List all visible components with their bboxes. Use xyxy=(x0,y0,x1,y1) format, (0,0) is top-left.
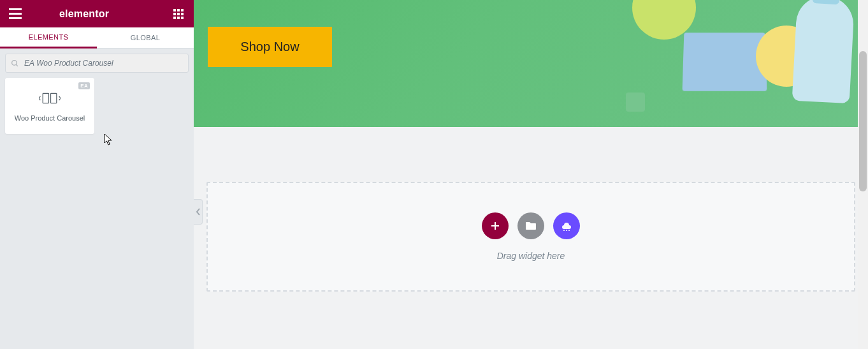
cursor-indicator xyxy=(104,133,114,146)
new-section-area: Drag widget here xyxy=(194,127,868,292)
search-field-wrap[interactable] xyxy=(5,54,189,73)
widget-badge: EA xyxy=(78,82,90,89)
panel-search xyxy=(0,48,194,78)
svg-text:elementor: elementor xyxy=(59,8,109,19)
menu-toggle-button[interactable] xyxy=(8,6,23,22)
shop-now-button[interactable]: Shop Now xyxy=(208,27,332,67)
svg-rect-4 xyxy=(51,93,57,103)
dropzone[interactable]: Drag widget here xyxy=(206,182,855,292)
dropzone-buttons xyxy=(482,212,580,239)
svg-point-9 xyxy=(568,230,570,231)
add-block-button[interactable] xyxy=(553,212,580,239)
search-input[interactable] xyxy=(24,59,183,68)
preview-canvas: Shop Now xyxy=(194,0,868,349)
carousel-icon xyxy=(39,90,61,107)
plus-icon xyxy=(490,221,500,231)
svg-rect-3 xyxy=(43,93,48,103)
elementor-panel: elementor ELEMENTS GLOBAL E xyxy=(0,0,194,349)
scrollbar-thumb[interactable] xyxy=(859,51,867,191)
grid-icon xyxy=(173,9,184,19)
add-section-button[interactable] xyxy=(482,212,509,239)
svg-point-8 xyxy=(566,230,567,231)
svg-point-1 xyxy=(12,60,17,65)
preview-scrollbar[interactable] xyxy=(858,0,868,349)
hero-decor xyxy=(626,93,645,112)
search-icon xyxy=(11,59,19,68)
add-template-button[interactable] xyxy=(517,212,544,239)
svg-point-7 xyxy=(563,230,565,231)
hero-section: Shop Now xyxy=(194,0,868,127)
widget-label: Woo Product Carousel xyxy=(12,114,87,122)
hero-decor xyxy=(792,0,855,103)
brand-logo: elementor xyxy=(23,8,171,20)
widget-woo-product-carousel[interactable]: EA Woo Product Carousel xyxy=(5,78,94,134)
dropzone-hint: Drag widget here xyxy=(497,251,565,261)
tab-elements[interactable]: ELEMENTS xyxy=(0,27,97,48)
panel-header: elementor xyxy=(0,0,194,27)
svg-line-2 xyxy=(16,64,18,66)
tab-global[interactable]: GLOBAL xyxy=(97,27,194,48)
apps-grid-button[interactable] xyxy=(171,6,186,22)
panel-tabs: ELEMENTS GLOBAL xyxy=(0,27,194,48)
templately-icon xyxy=(560,220,573,232)
panel-collapse-handle[interactable] xyxy=(194,199,203,225)
chevron-left-icon xyxy=(196,208,201,216)
folder-icon xyxy=(525,221,537,231)
hero-decor xyxy=(683,33,767,91)
widgets-list: EA Woo Product Carousel xyxy=(0,78,194,134)
